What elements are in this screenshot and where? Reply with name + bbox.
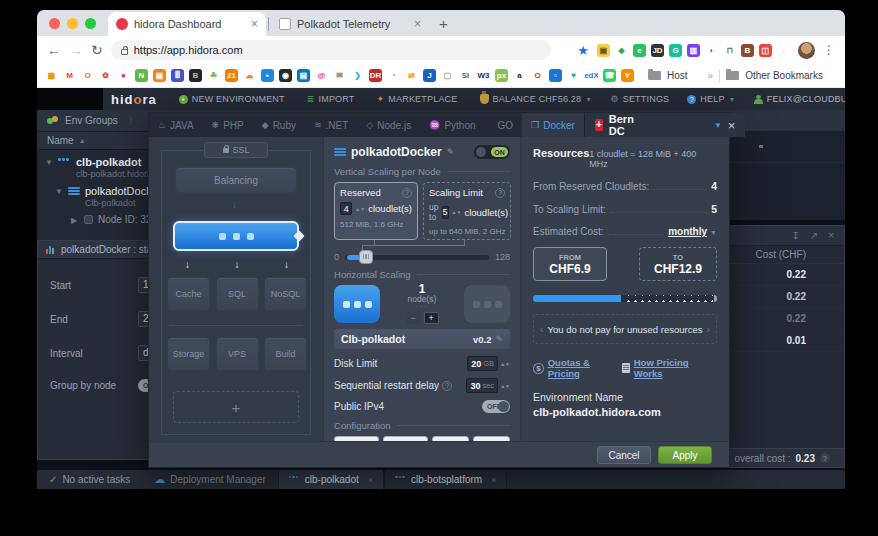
bookmark-icon[interactable]: SI: [459, 69, 472, 82]
carousel-next-icon[interactable]: ›: [706, 323, 710, 335]
extension-icon[interactable]: ◌: [777, 44, 790, 57]
stack-version-bar[interactable]: Clb-polkadot v0.2 ✎: [334, 329, 510, 349]
minimize-window-icon[interactable]: [67, 18, 78, 29]
reload-icon[interactable]: ↻: [91, 42, 103, 58]
quotas-pricing-link[interactable]: Quotas & Pricing: [548, 357, 622, 379]
topology-node-button[interactable]: VPS: [216, 337, 259, 371]
scaling-limit-box[interactable]: Scaling Limit ? up to 5 ▲▼ cloudlet(s) u…: [423, 182, 511, 240]
forward-icon[interactable]: →: [69, 42, 83, 58]
period-select[interactable]: monthly: [668, 226, 707, 237]
zoom-window-icon[interactable]: [85, 18, 96, 29]
edit-icon[interactable]: ✎: [495, 334, 503, 344]
user-menu[interactable]: FELIX@CLOUDBURO.NET ▼: [754, 94, 845, 104]
bookmark-icon[interactable]: ▦: [45, 69, 58, 82]
bookmark-icon[interactable]: ☘: [207, 69, 220, 82]
balancing-button[interactable]: Balancing: [175, 167, 297, 193]
stack-tab[interactable]: ❒ Docker: [522, 113, 584, 137]
help-icon[interactable]: ?: [495, 188, 505, 198]
bookmark-icon[interactable]: ▫: [549, 69, 562, 82]
region-selector[interactable]: + Bern DC ▼ ×: [584, 113, 746, 137]
env-tab-polkadot[interactable]: clb-polkadot ×: [278, 470, 384, 489]
topology-node-button[interactable]: SQL: [216, 277, 259, 311]
stack-tab[interactable]: ≋ .NET: [305, 113, 357, 137]
add-node-button[interactable]: +: [173, 391, 299, 423]
bookmark-icon[interactable]: ●: [117, 69, 130, 82]
stepper-icon[interactable]: ▲▼: [500, 384, 510, 388]
reserved-cloudlets-box[interactable]: Reserved ? 4 ▲▼ cloudlet(s) 512 MiB, 1.6…: [334, 182, 418, 240]
help-icon[interactable]: ?: [402, 188, 412, 198]
stack-tab[interactable]: ♨ JAVA: [149, 113, 203, 137]
stepper-icon[interactable]: ▲▼: [452, 210, 462, 214]
stepper-icon[interactable]: ▲▼: [500, 362, 510, 366]
extension-icon[interactable]: ◗: [705, 44, 718, 57]
extension-icon[interactable]: ◆: [615, 44, 628, 57]
disk-limit-input[interactable]: 20GB: [467, 356, 498, 371]
tab-close-icon[interactable]: ×: [491, 475, 496, 485]
bookmark-icon[interactable]: N: [135, 69, 148, 82]
tab-close-icon[interactable]: ×: [368, 475, 373, 485]
remove-node-button[interactable]: −: [406, 312, 421, 324]
new-tab-button[interactable]: +: [439, 15, 448, 32]
bookmark-icon[interactable]: ▣: [153, 69, 166, 82]
bookmark-icon[interactable]: ▤: [297, 69, 310, 82]
address-bar[interactable]: https://app.hidora.com: [111, 40, 551, 60]
bookmark-icon[interactable]: ▪: [261, 69, 274, 82]
settings-button[interactable]: ⚙ SETTINGS: [610, 94, 669, 104]
balance-menu[interactable]: BALANCE CHF56.28 ▼: [480, 94, 593, 104]
topology-node-button[interactable]: Cache: [167, 277, 210, 311]
topology-node-button[interactable]: Build: [264, 337, 307, 371]
how-pricing-works-link[interactable]: How Pricing Works: [634, 357, 717, 379]
bookmark-icon[interactable]: Y: [621, 69, 634, 82]
cancel-button[interactable]: Cancel: [597, 446, 651, 464]
bookmark-icon[interactable]: 21: [225, 69, 238, 82]
bookmarks-overflow-chevron[interactable]: »: [708, 70, 714, 81]
expand-icon[interactable]: ↗: [810, 230, 818, 241]
stack-tab[interactable]: GO: [485, 113, 523, 137]
bookmark-icon[interactable]: a: [513, 69, 526, 82]
profile-avatar[interactable]: [798, 42, 815, 59]
env-tab-botsplatform[interactable]: clb-botsplatform ×: [384, 470, 507, 489]
apply-button[interactable]: Apply: [658, 446, 712, 464]
bookmark-icon[interactable]: B: [189, 69, 202, 82]
other-bookmarks-label[interactable]: Other Bookmarks: [745, 70, 823, 81]
extension-icon[interactable]: B: [741, 44, 754, 57]
host-folder-label[interactable]: Host: [667, 70, 688, 81]
bookmark-icon[interactable]: DR: [369, 69, 382, 82]
bookmark-icon[interactable]: ☎: [603, 69, 616, 82]
help-menu[interactable]: ? HELP ▼: [687, 94, 735, 104]
stack-tab[interactable]: ◆ Ruby: [253, 113, 305, 137]
new-environment-button[interactable]: + NEW ENVIRONMENT: [179, 94, 285, 104]
bookmark-icon[interactable]: O: [81, 69, 94, 82]
stack-tab[interactable]: ◇ Node.js: [357, 113, 420, 137]
slider-handle[interactable]: [359, 250, 373, 264]
close-icon[interactable]: ×: [828, 230, 834, 241]
bookmark-icon[interactable]: W3: [477, 69, 490, 82]
bookmark-icon[interactable]: edX: [585, 69, 598, 82]
browser-tab-telemetry[interactable]: Polkadot Telemetry ×: [271, 12, 429, 36]
browser-tab-hidora[interactable]: hidora Dashboard ×: [108, 12, 266, 36]
tree-expander-icon[interactable]: ▼: [55, 187, 63, 196]
bookmark-icon[interactable]: ✉: [333, 69, 346, 82]
tree-expander-icon[interactable]: ▼: [45, 158, 53, 167]
bookmark-icon[interactable]: M: [63, 69, 76, 82]
extension-icon[interactable]: ◫: [759, 44, 772, 57]
bookmark-star-icon[interactable]: ★: [577, 43, 589, 58]
extension-icon[interactable]: ▥: [687, 44, 700, 57]
cloudlet-slider[interactable]: [345, 255, 489, 260]
tab-close-icon[interactable]: ×: [414, 17, 421, 31]
back-icon[interactable]: ←: [47, 42, 61, 58]
dialog-close-icon[interactable]: ×: [728, 118, 736, 133]
bookmark-icon[interactable]: Ⅲ: [171, 69, 184, 82]
limit-value-input[interactable]: 5: [442, 206, 449, 219]
bookmark-icon[interactable]: J: [423, 69, 436, 82]
tree-collapsed-icon[interactable]: ▶: [71, 216, 79, 225]
bookmark-icon[interactable]: @: [315, 69, 328, 82]
restart-delay-input[interactable]: 30sec: [466, 378, 498, 393]
stack-tab[interactable]: ♒ Python: [420, 113, 484, 137]
import-button[interactable]: ≣ IMPORT: [307, 94, 355, 104]
bookmark-icon[interactable]: ◔: [387, 69, 400, 82]
bookmark-icon[interactable]: ⇄: [405, 69, 418, 82]
extension-icon[interactable]: JD: [651, 44, 664, 57]
bookmark-icon[interactable]: px: [495, 69, 508, 82]
help-icon[interactable]: ?: [820, 453, 830, 463]
